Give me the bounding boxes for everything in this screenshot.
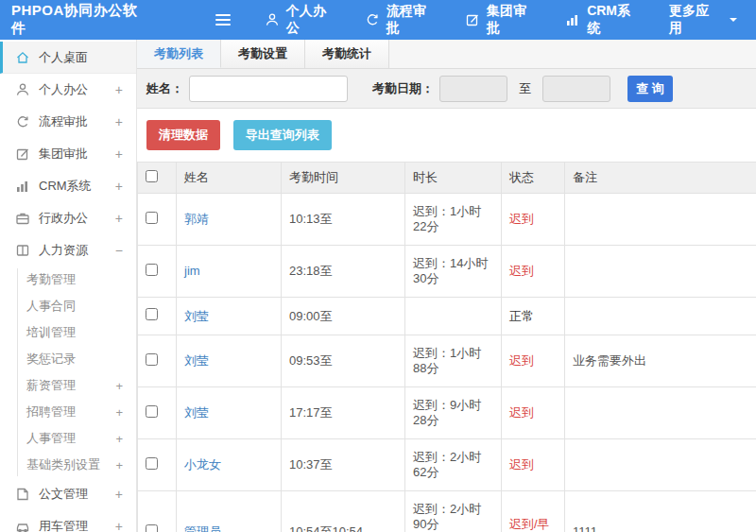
- status-cell: 迟到/早退: [502, 491, 565, 532]
- expand-icon[interactable]: +: [112, 487, 127, 502]
- topbar: PHPOA协同办公软件 个人办公流程审批集团审批CRM系统更多应用: [0, 0, 756, 40]
- name-link[interactable]: 管理员: [184, 524, 221, 532]
- name-link[interactable]: jim: [184, 264, 200, 278]
- date-to-input[interactable]: [542, 76, 610, 102]
- attendance-time-cell: 09:53至: [282, 335, 405, 387]
- date-from-input[interactable]: [439, 76, 507, 102]
- sidebar-subitem-label: 培训管理: [26, 324, 127, 341]
- status-cell: 迟到: [502, 439, 565, 491]
- select-all-checkbox[interactable]: [146, 170, 158, 182]
- duration-cell: [405, 298, 502, 335]
- name-link[interactable]: 刘莹: [184, 309, 209, 323]
- tab-bar: 考勤列表考勤设置考勤统计: [137, 40, 756, 69]
- sidebar-subitem-label: 人事管理: [26, 430, 112, 447]
- expand-icon[interactable]: +: [112, 405, 127, 420]
- topbar-nav-item-5[interactable]: 更多应用: [654, 0, 756, 40]
- name-input[interactable]: [189, 76, 348, 102]
- header-checkbox-cell: [138, 163, 177, 194]
- hamburger-menu-icon[interactable]: [215, 11, 230, 28]
- expand-icon[interactable]: +: [112, 211, 127, 226]
- sidebar-item-CRM系统[interactable]: CRM系统+: [0, 170, 136, 202]
- sidebar-subitem-人事合同[interactable]: 人事合同: [0, 293, 136, 319]
- topbar-nav-item-4[interactable]: CRM系统: [550, 0, 654, 40]
- sidebar-item-label: 个人桌面: [39, 49, 127, 66]
- collapse-icon[interactable]: −: [112, 243, 127, 258]
- name-cell: 小龙女: [177, 439, 282, 491]
- topbar-nav-label: 个人办公: [286, 3, 335, 37]
- briefcase-icon: [15, 211, 30, 226]
- name-link[interactable]: 刘莹: [184, 405, 209, 420]
- topbar-nav: 个人办公流程审批集团审批CRM系统更多应用: [249, 0, 756, 40]
- column-header-考勤时间: 考勤时间: [282, 163, 405, 194]
- status-badge: 迟到: [509, 457, 534, 472]
- query-button[interactable]: 查 询: [627, 76, 673, 102]
- sidebar-item-人力资源[interactable]: 人力资源−: [0, 234, 136, 266]
- expand-icon[interactable]: +: [112, 82, 127, 97]
- name-cell: 刘莹: [177, 298, 282, 335]
- sidebar-item-集团审批[interactable]: 集团审批+: [0, 138, 136, 170]
- sidebar-item-个人办公[interactable]: 个人办公+: [0, 74, 136, 106]
- row-checkbox[interactable]: [146, 212, 158, 224]
- name-cell: 刘莹: [177, 335, 282, 387]
- expand-icon[interactable]: +: [112, 379, 127, 393]
- remark-cell: [565, 298, 756, 335]
- table-row: 小龙女10:37至迟到：2小时62分迟到: [138, 439, 756, 491]
- clean-data-button[interactable]: 清理数据: [146, 120, 220, 150]
- duration-cell: 迟到：1小时88分: [405, 335, 502, 387]
- sidebar-subitem-考勤管理[interactable]: 考勤管理: [0, 266, 136, 293]
- row-checkbox[interactable]: [146, 524, 158, 532]
- topbar-nav-label: CRM系统: [587, 3, 639, 37]
- sidebar-item-流程审批[interactable]: 流程审批+: [0, 106, 136, 138]
- tab-考勤列表[interactable]: 考勤列表: [137, 40, 221, 68]
- sidebar-item-个人桌面[interactable]: 个人桌面: [0, 42, 136, 74]
- name-link[interactable]: 郭靖: [184, 212, 209, 226]
- status-badge: 迟到: [509, 212, 534, 226]
- status-badge: 迟到: [509, 264, 534, 278]
- row-checkbox[interactable]: [146, 457, 158, 470]
- sidebar-subitem-培训管理[interactable]: 培训管理: [0, 319, 136, 346]
- name-link[interactable]: 小龙女: [184, 457, 221, 472]
- sidebar-item-用车管理[interactable]: 用车管理+: [0, 510, 136, 532]
- sidebar-subitem-人事管理[interactable]: 人事管理+: [0, 425, 136, 452]
- sidebar-subitem-奖惩记录[interactable]: 奖惩记录: [0, 346, 136, 372]
- expand-icon[interactable]: +: [112, 114, 127, 129]
- sidebar-item-公文管理[interactable]: 公文管理+: [0, 478, 136, 510]
- topbar-nav-item-1[interactable]: 个人办公: [249, 0, 350, 40]
- expand-icon[interactable]: +: [112, 146, 127, 162]
- topbar-nav-label: 流程审批: [387, 3, 435, 37]
- row-checkbox[interactable]: [146, 308, 158, 320]
- export-list-button[interactable]: 导出查询列表: [233, 120, 332, 150]
- expand-icon[interactable]: +: [112, 519, 127, 532]
- attendance-time-cell: 09:00至: [282, 298, 405, 335]
- sidebar-subitem-招聘管理[interactable]: 招聘管理+: [0, 399, 136, 425]
- row-checkbox[interactable]: [146, 405, 158, 418]
- row-checkbox[interactable]: [146, 264, 158, 276]
- caret-down-icon: [726, 12, 741, 27]
- table-row: 刘莹09:53至迟到：1小时88分迟到业务需要外出: [138, 335, 756, 387]
- checkbox-cell: [138, 194, 177, 246]
- checkbox-cell: [138, 298, 177, 335]
- sidebar-item-label: 集团审批: [39, 146, 112, 163]
- sidebar-item-label: 用车管理: [39, 518, 112, 532]
- column-header-备注: 备注: [565, 163, 756, 194]
- table-header-row: 姓名考勤时间时长状态备注: [138, 163, 756, 194]
- remark-cell: 1111: [565, 491, 756, 532]
- sidebar-item-label: CRM系统: [39, 178, 112, 195]
- sidebar-subitem-基础类别设置[interactable]: 基础类别设置+: [0, 452, 136, 478]
- column-header-状态: 状态: [502, 163, 565, 194]
- tab-考勤设置[interactable]: 考勤设置: [221, 40, 305, 68]
- sidebar-subitem-薪资管理[interactable]: 薪资管理+: [0, 372, 136, 399]
- expand-icon[interactable]: +: [112, 458, 127, 472]
- app-title: PHPOA协同办公软件: [0, 2, 157, 38]
- attendance-time-cell: 17:17至: [282, 387, 405, 439]
- topbar-nav-item-3[interactable]: 集团审批: [450, 0, 550, 40]
- topbar-nav-item-2[interactable]: 流程审批: [350, 0, 450, 40]
- table-row: 刘莹09:00至正常: [138, 298, 756, 335]
- row-checkbox[interactable]: [146, 353, 158, 366]
- name-link[interactable]: 刘莹: [184, 353, 209, 368]
- expand-icon[interactable]: +: [112, 179, 127, 194]
- sidebar-item-行政办公[interactable]: 行政办公+: [0, 202, 136, 234]
- duration-cell: 迟到：2小时90分 早退：7小时10分: [405, 491, 502, 532]
- tab-考勤统计[interactable]: 考勤统计: [305, 40, 389, 68]
- expand-icon[interactable]: +: [112, 432, 127, 446]
